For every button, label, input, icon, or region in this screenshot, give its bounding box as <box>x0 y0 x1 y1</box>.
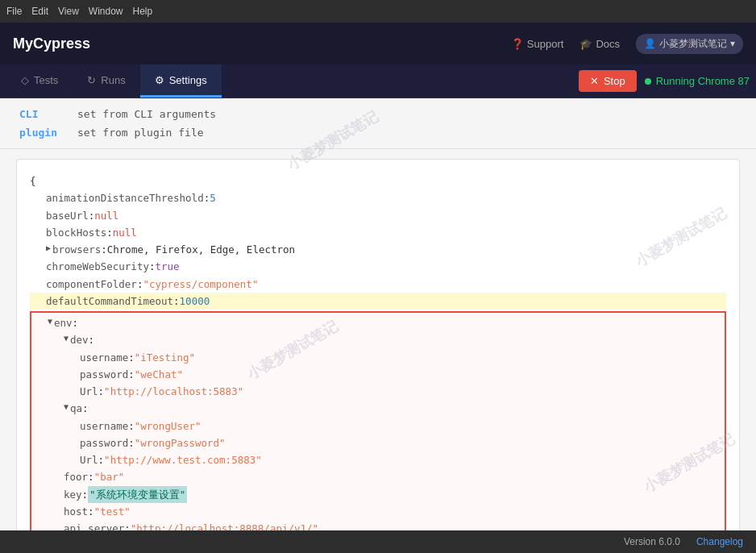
json-chrome-web-security: chromeWebSecurity : true <box>30 258 726 275</box>
json-api-server: api_server : "http://localhost:8888/api/… <box>31 520 725 530</box>
json-qa-password: password : "wrongPassword" <box>31 434 725 451</box>
json-animation-threshold: animationDistanceThreshold : 5 <box>30 189 726 206</box>
env-section-highlight: ▼ env : ▼ dev : username : "iTesting" pa… <box>30 311 726 530</box>
tabs-container: ◇ Tests ↻ Runs ⚙ Settings <box>6 64 222 98</box>
json-host: host : "test" <box>31 503 725 520</box>
tab-bar: ◇ Tests ↻ Runs ⚙ Settings ✕ Stop Running… <box>0 64 756 98</box>
tab-tests[interactable]: ◇ Tests <box>6 64 73 98</box>
app-title: MyCypress <box>13 35 90 52</box>
dev-toggle[interactable]: ▼ <box>64 331 69 345</box>
menu-window[interactable]: Window <box>89 6 123 17</box>
main-content: 小菱梦测试笔记 小菱梦测试笔记 小菱梦测试笔记 小菱梦测试笔记 小菱梦测试笔记 … <box>0 98 756 530</box>
app-header: MyCypress ❓ Support 🎓 Docs 👤 小菱梦测试笔记 ▾ <box>0 23 756 64</box>
x-icon: ✕ <box>590 75 599 87</box>
changelog-link[interactable]: Changelog <box>696 536 743 547</box>
menu-bar: File Edit View Window Help <box>6 6 152 17</box>
stop-button[interactable]: ✕ Stop <box>579 70 637 92</box>
config-sources: CLI set from CLI arguments plugin set fr… <box>0 98 756 149</box>
tab-settings[interactable]: ⚙ Settings <box>140 64 222 98</box>
user-badge[interactable]: 👤 小菱梦测试笔记 ▾ <box>636 34 743 54</box>
graduation-icon: 🎓 <box>579 38 592 50</box>
status-bar: Version 6.0.0 Changelog <box>0 530 756 553</box>
source-desc-cli: set from CLI arguments <box>77 108 216 120</box>
tests-icon: ◇ <box>21 74 29 86</box>
user-avatar-icon: 👤 <box>644 38 656 49</box>
running-dot-icon <box>645 78 651 85</box>
json-browsers[interactable]: ▶ browsers : Chrome, Firefox, Edge, Elec… <box>30 241 726 258</box>
json-qa-url: Url : "http://www.test.com:5883" <box>31 451 725 468</box>
menu-file[interactable]: File <box>6 6 22 17</box>
env-toggle[interactable]: ▼ <box>48 314 52 328</box>
json-default-command-timeout: defaultCommandTimeout : 10000 <box>30 293 726 310</box>
running-badge: Running Chrome 87 <box>645 75 750 87</box>
support-link[interactable]: ❓ Support <box>511 38 564 50</box>
json-dev-key[interactable]: ▼ dev : <box>31 331 725 348</box>
settings-icon: ⚙ <box>155 74 164 86</box>
json-block-hosts: blockHosts : null <box>30 224 726 241</box>
tab-runs[interactable]: ↻ Runs <box>73 64 139 98</box>
menu-help[interactable]: Help <box>133 6 153 17</box>
title-bar: File Edit View Window Help <box>0 0 756 23</box>
json-dev-url: Url : "http://localhost:5883" <box>31 383 725 400</box>
menu-edit[interactable]: Edit <box>31 6 48 17</box>
source-tag-cli: CLI <box>19 108 68 120</box>
docs-link[interactable]: 🎓 Docs <box>579 38 620 50</box>
json-foor: foor : "bar" <box>31 468 725 485</box>
menu-view[interactable]: View <box>58 6 79 17</box>
qa-toggle[interactable]: ▼ <box>64 400 69 414</box>
source-desc-plugin: set from plugin file <box>77 127 204 139</box>
json-qa-key[interactable]: ▼ qa : <box>31 400 725 417</box>
chevron-down-icon: ▾ <box>730 38 735 49</box>
json-qa-username: username : "wrongUser" <box>31 418 725 434</box>
json-env-key[interactable]: ▼ env : <box>31 314 725 331</box>
json-base-url: baseUrl : null <box>30 207 726 224</box>
runs-icon: ↻ <box>87 74 96 86</box>
source-tag-plugin: plugin <box>19 127 68 139</box>
question-icon: ❓ <box>511 38 524 50</box>
config-row-cli: CLI set from CLI arguments <box>19 105 737 123</box>
json-key-field: key : "系统环境变量设置" <box>31 486 725 503</box>
json-dev-username: username : "iTesting" <box>31 349 725 366</box>
header-actions: ❓ Support 🎓 Docs 👤 小菱梦测试笔记 ▾ <box>511 34 743 54</box>
tab-actions: ✕ Stop Running Chrome 87 <box>579 64 750 98</box>
json-dev-password: password : "weChat" <box>31 366 725 383</box>
json-viewer: { animationDistanceThreshold : 5 baseUrl… <box>16 159 740 530</box>
json-component-folder: componentFolder : "cypress/component" <box>30 276 726 293</box>
browsers-toggle[interactable]: ▶ <box>46 241 51 255</box>
config-row-plugin: plugin set from plugin file <box>19 123 737 142</box>
json-open-brace: { <box>30 173 726 189</box>
version-text: Version 6.0.0 <box>624 536 680 547</box>
